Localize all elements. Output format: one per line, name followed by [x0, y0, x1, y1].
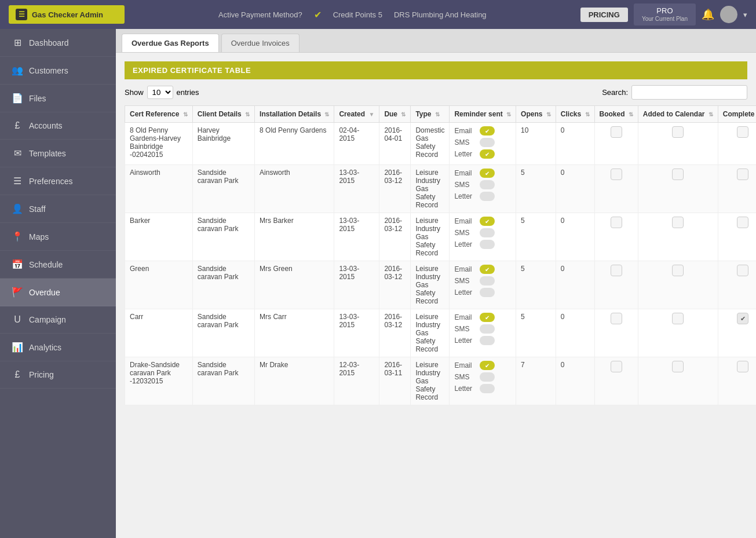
cell-installation: Mrs Barker [255, 213, 334, 261]
letter-toggle-off[interactable] [480, 336, 495, 345]
user-avatar[interactable] [720, 6, 737, 23]
calendar-cb[interactable] [672, 126, 684, 138]
sms-toggle-off[interactable] [480, 138, 495, 147]
tab-overdue-invoices[interactable]: Overdue Invoices [221, 34, 300, 52]
tab-overdue-gas[interactable]: Overdue Gas Reports [122, 34, 219, 52]
sms-label: SMS [454, 181, 476, 189]
letter-label: Letter [454, 336, 476, 345]
cell-calendar [638, 309, 718, 357]
booked-cb[interactable] [611, 169, 622, 180]
cell-complete [718, 123, 756, 165]
email-toggle-on[interactable]: ✔ [480, 169, 495, 178]
complete-cb[interactable]: ✔ [737, 313, 748, 324]
email-toggle-on[interactable]: ✔ [480, 126, 495, 136]
sidebar-label-maps: Maps [29, 232, 49, 241]
booked-cb[interactable] [611, 126, 622, 138]
email-label: Email [454, 217, 476, 225]
booked-cb[interactable] [611, 217, 622, 228]
sidebar-icon-pricing: £ [12, 369, 23, 380]
cell-type: Leisure Industry Gas Safety Record [411, 213, 450, 261]
letter-toggle-off[interactable] [480, 240, 495, 249]
cell-calendar [638, 261, 718, 309]
sidebar-item-overdue[interactable]: 🚩Overdue [0, 279, 116, 306]
calendar-cb[interactable] [672, 169, 684, 180]
complete-cb[interactable] [737, 126, 748, 138]
sms-toggle-off[interactable] [480, 276, 495, 286]
calendar-cb[interactable] [672, 265, 684, 276]
complete-cb[interactable] [737, 169, 748, 180]
cell-installation: Mrs Carr [255, 309, 334, 357]
complete-cb[interactable] [737, 217, 748, 228]
sidebar-label-campaign: Campaign [29, 315, 66, 324]
complete-cb[interactable] [737, 265, 748, 276]
header-row: Cert Reference ⇅ Client Details ⇅ Instal… [125, 106, 757, 123]
sidebar-item-preferences[interactable]: ☰Preferences [0, 167, 116, 195]
sidebar-item-accounts[interactable]: £Accounts [0, 112, 116, 140]
sidebar-item-schedule[interactable]: 📅Schedule [0, 251, 116, 279]
cell-due: 2016-03-12 [379, 213, 411, 261]
sidebar-icon-analytics: 📊 [12, 342, 23, 353]
entries-select[interactable]: 10 25 50 [147, 86, 173, 99]
cell-type: Leisure Industry Gas Safety Record [411, 309, 450, 357]
sidebar-item-dashboard[interactable]: ⊞Dashboard [0, 29, 116, 57]
sidebar-icon-maps: 📍 [12, 231, 23, 242]
sidebar-item-templates[interactable]: ✉Templates [0, 140, 116, 167]
email-toggle-on[interactable]: ✔ [480, 313, 495, 322]
sms-toggle-off[interactable] [480, 324, 495, 334]
sidebar-item-pricing[interactable]: £Pricing [0, 361, 116, 389]
cell-client: Sandside caravan Park [192, 213, 254, 261]
pro-button[interactable]: PRO Your Current Plan [634, 3, 696, 25]
letter-label: Letter [454, 192, 476, 200]
complete-cb[interactable] [737, 361, 748, 372]
sidebar-label-pricing: Pricing [29, 370, 54, 379]
letter-toggle-off[interactable] [480, 288, 495, 297]
sms-toggle-off[interactable] [480, 180, 495, 189]
booked-cb[interactable] [611, 265, 622, 276]
calendar-cb[interactable] [672, 361, 684, 372]
pricing-button[interactable]: PRICING [580, 8, 628, 22]
search-box: Search: [602, 85, 747, 100]
cell-clicks: 0 [556, 123, 594, 165]
letter-toggle-off[interactable] [480, 192, 495, 201]
sms-toggle-off[interactable] [480, 372, 495, 382]
cell-type: Leisure Industry Gas Safety Record [411, 357, 450, 405]
sidebar-icon-files: 📄 [12, 93, 23, 104]
sidebar-item-campaign[interactable]: UCampaign [0, 306, 116, 334]
cell-reminder: Email✔ SMS Letter [450, 309, 516, 357]
booked-cb[interactable] [611, 361, 622, 372]
avatar-dropdown-icon[interactable]: ▾ [743, 10, 747, 19]
sms-toggle-off[interactable] [480, 228, 495, 237]
sidebar-item-maps[interactable]: 📍Maps [0, 223, 116, 251]
cell-clicks: 0 [556, 261, 594, 309]
cell-booked [594, 213, 638, 261]
cell-opens: 10 [516, 123, 556, 165]
calendar-cb[interactable] [672, 217, 684, 228]
sidebar-item-analytics[interactable]: 📊Analytics [0, 334, 116, 361]
cell-booked [594, 165, 638, 213]
sms-label: SMS [454, 325, 476, 333]
letter-toggle-off[interactable] [480, 384, 495, 393]
sidebar-item-staff[interactable]: 👤Staff [0, 195, 116, 223]
email-toggle-on[interactable]: ✔ [480, 217, 495, 226]
letter-label: Letter [454, 150, 476, 158]
col-client: Client Details ⇅ [192, 106, 254, 123]
letter-toggle-on[interactable]: ✔ [480, 149, 495, 159]
col-due: Due ⇅ [379, 106, 411, 123]
booked-cb[interactable] [611, 313, 622, 324]
tabs-bar: Overdue Gas ReportsOverdue Invoices [116, 29, 756, 53]
show-entries-control: Show 10 25 50 entries [125, 86, 199, 99]
email-toggle-on[interactable]: ✔ [480, 265, 495, 274]
table-body: 8 Old Penny Gardens-Harvey Bainbridge -0… [125, 123, 757, 405]
nav-right: PRICING PRO Your Current Plan 🔔 ▾ [580, 3, 747, 25]
pro-sublabel: Your Current Plan [642, 16, 688, 23]
search-input[interactable] [631, 85, 747, 100]
pro-label: PRO [656, 6, 673, 15]
cell-clicks: 0 [556, 213, 594, 261]
cell-installation: Ainsworth [255, 165, 334, 213]
cell-complete [718, 357, 756, 405]
calendar-cb[interactable] [672, 313, 684, 324]
email-toggle-on[interactable]: ✔ [480, 361, 495, 370]
notification-bell-icon[interactable]: 🔔 [702, 8, 714, 21]
sidebar-item-files[interactable]: 📄Files [0, 85, 116, 112]
sidebar-item-customers[interactable]: 👥Customers [0, 57, 116, 85]
